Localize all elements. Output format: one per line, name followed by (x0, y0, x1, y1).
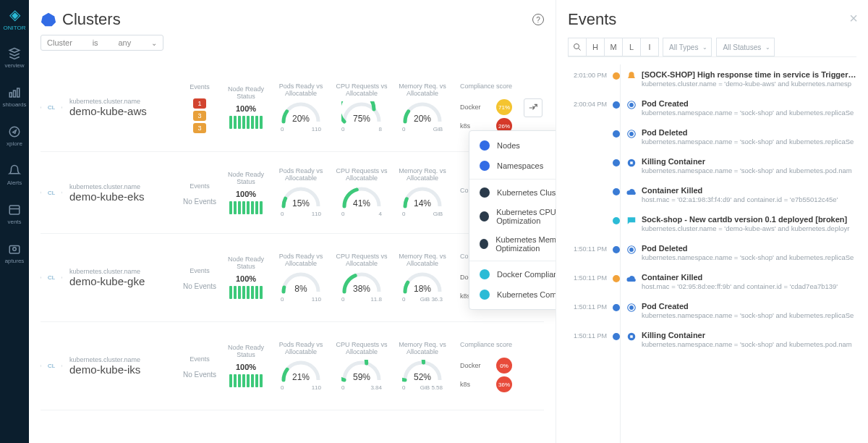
event-type-icon (626, 302, 637, 313)
popup-item[interactable]: Docker Compliance Report (469, 264, 556, 284)
cluster-subtitle: kubernetes.cluster.name (69, 183, 178, 190)
nav-captures[interactable]: aptures (5, 242, 25, 264)
cluster-subtitle: kubernetes.cluster.name (69, 268, 178, 275)
cluster-subtitle: kubernetes.cluster.name (69, 98, 178, 105)
clusters-panel: Clusters ? Cluster is any ⌄ CL kubernete… (29, 0, 556, 443)
pods-gauge: 20% (281, 101, 321, 125)
popup-item[interactable]: Kubernetes Compliance Report (469, 284, 556, 305)
col-header: Pods Ready vs Allocatable (275, 253, 327, 268)
col-header: Events (190, 264, 210, 279)
nav-alerts[interactable]: Alerts (7, 164, 22, 186)
cluster-filter[interactable]: Cluster is any ⌄ (41, 35, 163, 51)
event-title: Pod Deleted (642, 128, 856, 137)
event-item[interactable]: 1:50:11 PM Killing Container kubernetes.… (568, 325, 856, 354)
search-button[interactable] (568, 38, 587, 56)
col-header: Events (190, 180, 210, 194)
chevron-down-icon: ⌄ (151, 39, 157, 47)
popup-item[interactable]: Namespaces (469, 156, 556, 176)
event-dot-icon (613, 217, 620, 224)
event-time: 2:00:04 PM (568, 99, 611, 117)
compliance-label: Docker (460, 104, 481, 111)
col-header: Compliance score (460, 80, 512, 94)
event-item[interactable]: 1:50:11 PM Pod Deleted kubernetes.namesp… (568, 238, 856, 267)
cluster-badge-icon: CL (41, 355, 62, 377)
cluster-name: demo-kube-iks (69, 363, 178, 376)
mem-gauge: 20% (402, 101, 443, 125)
events-toolbar: H M L I All Types⌄ All Statuses⌄ (568, 38, 856, 57)
no-events-label: No Events (183, 371, 216, 379)
chevron-down-icon: ⌄ (702, 44, 707, 51)
cluster-name: demo-kube-aws (69, 105, 178, 117)
sev-l-button[interactable]: L (622, 38, 641, 56)
svg-rect-0 (9, 93, 12, 97)
nav-dashboards[interactable]: shboards (3, 86, 27, 108)
cluster-badge-icon: CL (41, 182, 62, 203)
event-desc: kubernetes.cluster.name = 'demo-kube-aws… (642, 80, 856, 88)
event-item[interactable]: 2:00:04 PM Pod Created kubernetes.namesp… (568, 93, 856, 122)
svg-point-8 (574, 44, 579, 49)
event-type-icon (626, 70, 637, 82)
event-time: 1:50:11 PM (568, 244, 611, 261)
popup-item[interactable]: Kubernetes Cluster Overview (469, 182, 556, 203)
event-item[interactable]: 2:01:00 PM [SOCK-SHOP] High response tim… (568, 64, 856, 93)
svg-point-9 (629, 103, 634, 107)
chevron-down-icon: ⌄ (765, 44, 770, 51)
event-item[interactable]: Pod Deleted kubernetes.namespace.name = … (568, 122, 856, 151)
page-title: Clusters (62, 10, 121, 29)
cluster-row[interactable]: CL kubernetes.cluster.name demo-kube-iks… (41, 322, 544, 410)
event-item[interactable]: 1:50:11 PM Container Killed host.mac = '… (568, 267, 856, 296)
popup-item-icon (480, 161, 490, 171)
svg-point-11 (629, 132, 634, 136)
col-header: Pods Ready vs Allocatable (275, 168, 327, 182)
popup-item[interactable]: Kubernetes CPU Allocation Optimization (469, 203, 556, 230)
event-time (568, 128, 611, 145)
side-nav: ◈ ONITOR verview shboards xplore Alerts … (0, 0, 29, 443)
event-dot-icon (613, 304, 620, 311)
mem-gauge: 52% (402, 360, 443, 383)
event-item[interactable]: Container Killed host.mac = '02:a1:98:3f… (568, 180, 856, 209)
help-icon[interactable]: ? (532, 14, 544, 25)
svg-point-15 (629, 248, 634, 252)
ready-percent: 100% (236, 190, 256, 198)
event-desc: kubernetes.namespace.name = 'sock-shop' … (642, 138, 856, 145)
events-panel: × Events H M L I All Types⌄ All Statuses… (556, 0, 868, 443)
col-header: Node Ready Status (226, 86, 266, 101)
event-time: 1:50:11 PM (568, 302, 611, 319)
col-header: Events (190, 80, 210, 95)
cluster-name: demo-kube-gke (69, 275, 178, 287)
ready-percent: 100% (236, 363, 256, 371)
close-icon[interactable]: × (849, 10, 858, 27)
nav-overview[interactable]: verview (4, 47, 24, 69)
sev-h-button[interactable]: H (586, 38, 605, 56)
statuses-select[interactable]: All Statuses⌄ (716, 38, 775, 56)
compliance-score-pill: 0% (496, 358, 512, 374)
event-title: Pod Created (642, 302, 856, 311)
event-title: Sock-shop - New cartdb version 0.1 deplo… (642, 215, 856, 224)
nav-explore[interactable]: xplore (7, 125, 22, 147)
event-item[interactable]: Killing Container kubernetes.namespace.n… (568, 151, 856, 180)
svg-point-17 (629, 305, 634, 310)
nav-events[interactable]: vents (7, 203, 21, 225)
event-title: Pod Created (642, 99, 856, 108)
types-select[interactable]: All Types⌄ (663, 38, 712, 56)
event-dot-icon (613, 72, 620, 80)
col-header: Node Ready Status (226, 345, 266, 359)
svg-rect-4 (9, 206, 20, 214)
event-dot-icon (613, 101, 620, 109)
event-item[interactable]: Sock-shop - New cartdb version 0.1 deplo… (568, 209, 856, 238)
col-header: Events (190, 353, 210, 367)
ready-percent: 100% (236, 104, 256, 113)
event-time (568, 157, 611, 174)
sev-i-button[interactable]: I (640, 38, 659, 56)
ready-bars-icon (229, 374, 263, 387)
popup-item-icon (480, 290, 490, 300)
svg-marker-7 (41, 13, 56, 26)
event-item[interactable]: 1:50:11 PM Pod Created kubernetes.namesp… (568, 296, 856, 325)
popup-item[interactable]: Nodes (469, 135, 556, 156)
sev-m-button[interactable]: M (604, 38, 623, 56)
ready-bars-icon (229, 286, 263, 299)
no-events-label: No Events (183, 198, 216, 206)
drilldown-button[interactable] (524, 98, 542, 117)
col-header: CPU Requests vs Allocatable (336, 342, 388, 356)
popup-item[interactable]: Kubernetes Memory Allocation Optimizatio… (469, 230, 556, 258)
